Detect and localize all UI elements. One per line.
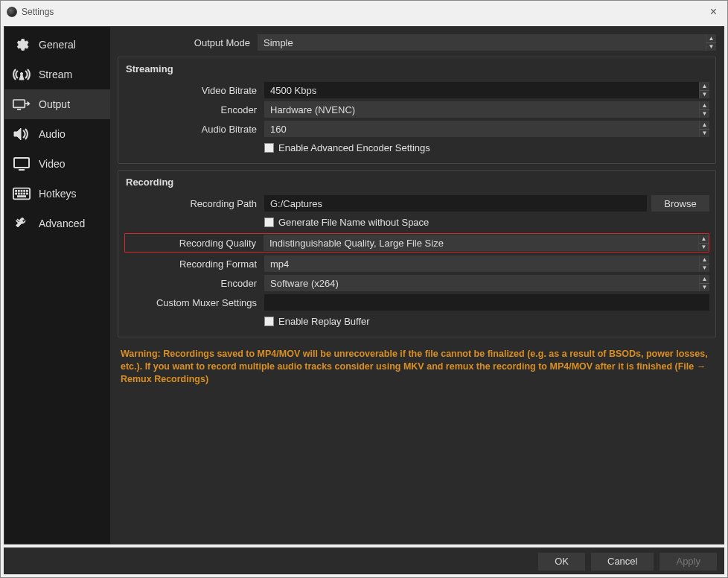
- filename-space-label: Generate File Name without Space: [278, 217, 429, 228]
- replay-buffer-checkbox[interactable]: [264, 317, 274, 326]
- sidebar-label: General: [39, 39, 76, 51]
- obs-icon: [7, 7, 17, 17]
- streaming-section: Streaming Video Bitrate 4500 Kbps ▲▼ Enc…: [118, 57, 716, 164]
- svg-rect-9: [24, 190, 25, 191]
- sidebar-item-advanced[interactable]: Advanced: [4, 209, 110, 238]
- video-bitrate-label: Video Bitrate: [124, 85, 258, 96]
- svg-rect-10: [26, 190, 28, 191]
- svg-rect-7: [18, 190, 19, 191]
- recording-format-label: Recording Format: [124, 258, 258, 270]
- sidebar-item-hotkeys[interactable]: Hotkeys: [4, 179, 110, 209]
- speaker-icon: [12, 127, 31, 142]
- recording-title: Recording: [124, 177, 709, 192]
- svg-rect-1: [13, 100, 25, 107]
- video-bitrate-input[interactable]: 4500 Kbps ▲▼: [264, 82, 709, 98]
- keyboard-icon: [12, 186, 31, 201]
- tools-icon: [12, 216, 31, 231]
- sidebar-item-general[interactable]: General: [4, 30, 110, 60]
- content-area: Output Mode Simple ▲▼ Streaming Video Bi…: [110, 27, 724, 544]
- titlebar: Settings ×: [1, 1, 727, 23]
- audio-bitrate-label: Audio Bitrate: [124, 124, 258, 135]
- streaming-encoder-select[interactable]: Hardware (NVENC) ▲▼: [264, 101, 709, 118]
- sidebar-label: Output: [39, 98, 70, 110]
- apply-button[interactable]: Apply: [660, 553, 717, 571]
- sidebar-item-stream[interactable]: Stream: [4, 60, 110, 89]
- sidebar-label: Hotkeys: [39, 188, 77, 200]
- recording-quality-label: Recording Quality: [125, 238, 258, 249]
- muxer-input[interactable]: [264, 294, 709, 311]
- recording-encoder-select[interactable]: Software (x264) ▲▼: [264, 275, 709, 291]
- sidebar-item-video[interactable]: Video: [4, 149, 110, 179]
- sidebar: General Stream Output Audio: [4, 27, 110, 544]
- svg-rect-16: [17, 196, 25, 197]
- sidebar-label: Advanced: [39, 217, 85, 229]
- replay-buffer-label: Enable Replay Buffer: [278, 316, 370, 327]
- advanced-encoder-label: Enable Advanced Encoder Settings: [278, 142, 430, 153]
- monitor-icon: [12, 156, 31, 171]
- sidebar-label: Video: [39, 158, 66, 170]
- svg-rect-11: [16, 193, 17, 194]
- filename-space-checkbox[interactable]: [264, 217, 274, 227]
- close-button[interactable]: ×: [706, 5, 721, 19]
- svg-rect-12: [18, 193, 19, 194]
- svg-rect-8: [21, 190, 22, 191]
- window-title: Settings: [22, 7, 54, 17]
- sidebar-item-audio[interactable]: Audio: [4, 119, 110, 149]
- recording-encoder-label: Encoder: [124, 278, 258, 289]
- footer: OK Cancel Apply: [4, 547, 724, 574]
- gear-icon: [12, 37, 31, 52]
- settings-window: Settings × General Stream Output: [0, 0, 728, 578]
- output-mode-label: Output Mode: [118, 37, 252, 48]
- svg-point-0: [20, 72, 22, 74]
- mp4-warning: Warning: Recordings saved to MP4/MOV wil…: [118, 343, 716, 390]
- muxer-label: Custom Muxer Settings: [124, 297, 258, 308]
- recording-format-select[interactable]: mp4 ▲▼: [264, 255, 709, 272]
- audio-bitrate-select[interactable]: 160 ▲▼: [264, 121, 709, 137]
- browse-button[interactable]: Browse: [651, 195, 709, 212]
- antenna-icon: [12, 67, 31, 82]
- svg-rect-14: [24, 193, 25, 194]
- recording-quality-select[interactable]: Indistinguishable Quality, Large File Si…: [264, 235, 709, 251]
- streaming-encoder-label: Encoder: [124, 104, 258, 115]
- cancel-button[interactable]: Cancel: [591, 553, 654, 571]
- output-icon: [12, 97, 31, 112]
- advanced-encoder-checkbox[interactable]: [264, 143, 274, 153]
- recording-path-input[interactable]: G:/Captures: [264, 195, 647, 212]
- svg-rect-6: [16, 190, 17, 191]
- sidebar-label: Stream: [39, 69, 72, 80]
- sidebar-label: Audio: [39, 128, 66, 140]
- ok-button[interactable]: OK: [538, 553, 585, 571]
- output-mode-select[interactable]: Simple ▲▼: [258, 34, 716, 51]
- sidebar-item-output[interactable]: Output: [4, 89, 110, 119]
- recording-section: Recording Recording Path G:/Captures Bro…: [118, 170, 716, 337]
- streaming-title: Streaming: [124, 63, 709, 79]
- recording-path-label: Recording Path: [124, 198, 258, 209]
- svg-rect-3: [14, 158, 29, 168]
- recording-quality-row: Recording Quality Indistinguishable Qual…: [124, 233, 709, 253]
- svg-rect-15: [26, 193, 28, 194]
- output-mode-row: Output Mode Simple ▲▼: [118, 34, 716, 51]
- svg-rect-13: [21, 193, 22, 194]
